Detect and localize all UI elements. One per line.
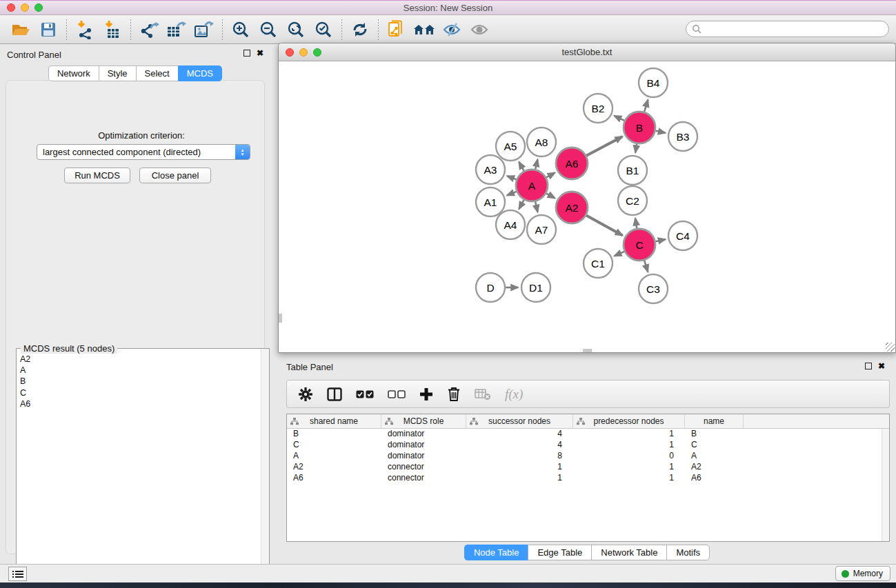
network-minimize-button[interactable] bbox=[299, 48, 308, 57]
zoom-out-button[interactable] bbox=[255, 18, 282, 41]
node-D[interactable]: D bbox=[476, 273, 505, 302]
import-network-button[interactable] bbox=[71, 18, 99, 41]
tab-network[interactable]: Network bbox=[48, 65, 99, 81]
node-C[interactable]: C bbox=[624, 229, 655, 261]
node-A4[interactable]: A4 bbox=[496, 210, 525, 239]
application-window: Session: New Session bbox=[0, 0, 896, 588]
search-field[interactable] bbox=[686, 21, 889, 37]
node-B[interactable]: B bbox=[624, 112, 655, 143]
close-panel-icon[interactable]: ✖ bbox=[257, 50, 263, 57]
open-session-button[interactable] bbox=[7, 18, 34, 41]
import-table-button[interactable] bbox=[99, 18, 126, 41]
node-B4[interactable]: B4 bbox=[639, 68, 668, 97]
zoom-in-icon bbox=[232, 21, 250, 39]
optimization-criterion-label: Optimization criterion: bbox=[6, 130, 277, 141]
tab-edge-table[interactable]: Edge Table bbox=[528, 545, 591, 560]
delete-column-button[interactable] bbox=[447, 384, 461, 405]
column-header-name[interactable]: name bbox=[685, 414, 744, 428]
table-row[interactable]: Adominator80A bbox=[287, 451, 889, 462]
hide-details-button[interactable] bbox=[438, 18, 466, 41]
tab-node-table[interactable]: Node Table bbox=[464, 545, 528, 560]
task-history-button[interactable] bbox=[8, 567, 27, 581]
zoom-window-button[interactable] bbox=[34, 3, 43, 12]
home-layout-button[interactable] bbox=[410, 18, 438, 41]
node-B1[interactable]: B1 bbox=[618, 156, 647, 185]
save-session-button[interactable] bbox=[34, 18, 62, 41]
node-A7[interactable]: A7 bbox=[527, 215, 556, 244]
tab-motifs[interactable]: Motifs bbox=[666, 545, 710, 560]
zoom-in-button[interactable] bbox=[227, 18, 255, 41]
close-window-button[interactable] bbox=[7, 3, 15, 12]
tab-select[interactable]: Select bbox=[136, 65, 178, 81]
node-C3[interactable]: C3 bbox=[639, 274, 668, 303]
node-A[interactable]: A bbox=[516, 170, 548, 201]
node-C4[interactable]: C4 bbox=[668, 221, 697, 250]
tab-mcds[interactable]: MCDS bbox=[178, 65, 222, 81]
network-zoom-button[interactable] bbox=[313, 48, 321, 57]
node-C1[interactable]: C1 bbox=[584, 249, 613, 278]
network-canvas[interactable]: B4B2BB3A5A8A6A3B1AA1C2A2A4A7C4CC1DD1C3 bbox=[279, 61, 895, 352]
unselect-all-button[interactable] bbox=[388, 384, 406, 405]
refresh-button[interactable] bbox=[346, 18, 374, 41]
node-D1[interactable]: D1 bbox=[521, 273, 550, 302]
table-row[interactable]: A2connector11A2 bbox=[287, 462, 889, 473]
toolbar-separator bbox=[222, 19, 223, 40]
table-cell: A6 bbox=[287, 473, 381, 484]
node-A6[interactable]: A6 bbox=[556, 148, 588, 179]
column-panel-button[interactable] bbox=[327, 384, 342, 405]
dropdown-stepper-icon: ▲▼ bbox=[235, 144, 250, 160]
float-panel-icon[interactable] bbox=[243, 50, 250, 57]
column-header-mcds-role[interactable]: MCDS role bbox=[381, 414, 466, 428]
node-A2[interactable]: A2 bbox=[556, 192, 588, 223]
table-row[interactable]: Cdominator41C bbox=[287, 440, 889, 451]
tab-style[interactable]: Style bbox=[99, 65, 136, 81]
table-panel-title: Table Panel bbox=[286, 362, 333, 372]
window-resize-grip[interactable] bbox=[886, 343, 895, 352]
float-table-panel-icon[interactable] bbox=[865, 363, 872, 369]
node-A3[interactable]: A3 bbox=[476, 155, 505, 184]
close-table-panel-icon[interactable]: ✖ bbox=[878, 363, 885, 369]
export-network-button[interactable] bbox=[135, 18, 163, 41]
select-all-button[interactable] bbox=[356, 384, 374, 405]
criterion-dropdown[interactable]: largest connected component (directed) ▲… bbox=[37, 144, 250, 160]
function-builder-button[interactable]: f(x) bbox=[505, 384, 523, 405]
network-close-button[interactable] bbox=[286, 48, 294, 57]
destroy-table-button[interactable] bbox=[475, 384, 491, 405]
control-panel-title: Control Panel bbox=[7, 50, 61, 60]
result-scrollbar[interactable] bbox=[261, 349, 269, 586]
zoom-fit-button[interactable] bbox=[282, 18, 310, 41]
column-header-successor-nodes[interactable]: successor nodes bbox=[466, 414, 573, 428]
table-settings-button[interactable] bbox=[298, 384, 313, 405]
column-header-filler bbox=[744, 414, 889, 428]
close-panel-button[interactable]: Close panel bbox=[139, 168, 211, 183]
table-row[interactable]: Bdominator41B bbox=[287, 429, 889, 440]
node-A1[interactable]: A1 bbox=[476, 187, 505, 216]
node-A5[interactable]: A5 bbox=[496, 132, 525, 161]
control-panel-tabs: NetworkStyleSelectMCDS bbox=[0, 65, 270, 81]
run-mcds-button[interactable]: Run MCDS bbox=[64, 168, 130, 183]
show-details-button[interactable] bbox=[466, 18, 493, 41]
table-cell: dominator bbox=[381, 451, 466, 462]
table-cell: 1 bbox=[466, 462, 573, 473]
node-B3[interactable]: B3 bbox=[668, 122, 697, 151]
tab-network-table[interactable]: Network Table bbox=[591, 545, 666, 560]
export-image-button[interactable] bbox=[190, 18, 218, 41]
add-column-button[interactable] bbox=[419, 384, 433, 405]
minimize-window-button[interactable] bbox=[21, 3, 29, 12]
table-scrollbar[interactable] bbox=[882, 429, 889, 541]
search-input[interactable] bbox=[701, 22, 888, 36]
memory-button[interactable]: Memory bbox=[835, 566, 890, 581]
export-table-button[interactable] bbox=[163, 18, 190, 41]
node-A8[interactable]: A8 bbox=[527, 128, 556, 156]
svg-text:A5: A5 bbox=[504, 141, 517, 152]
svg-text:A3: A3 bbox=[484, 164, 497, 176]
column-header-predecessor-nodes[interactable]: predecessor nodes bbox=[573, 414, 685, 428]
zoom-selected-button[interactable] bbox=[310, 18, 337, 41]
network-from-file-button[interactable] bbox=[383, 18, 410, 41]
svg-text:B3: B3 bbox=[677, 131, 690, 143]
node-B2[interactable]: B2 bbox=[584, 94, 613, 123]
table-cell: 8 bbox=[466, 451, 573, 462]
table-row[interactable]: A6connector11A6 bbox=[287, 473, 889, 484]
node-C2[interactable]: C2 bbox=[618, 186, 647, 215]
column-header-shared-name[interactable]: shared name bbox=[287, 414, 381, 428]
